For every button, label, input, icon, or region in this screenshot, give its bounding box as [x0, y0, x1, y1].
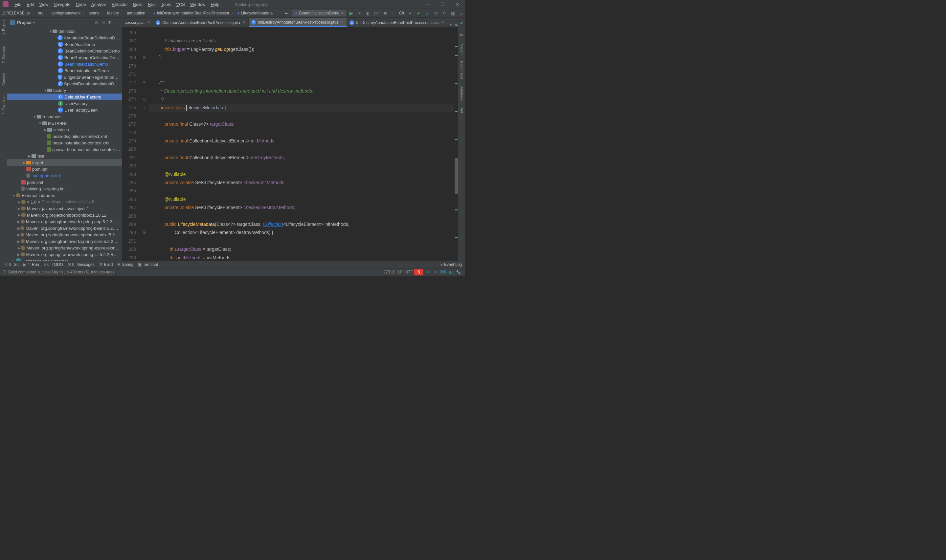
tree-node[interactable]: ▶Maven: org.springframework:spring-conte…	[7, 231, 122, 238]
status-indicator-icon[interactable]: ☐	[3, 270, 6, 274]
menu-edit[interactable]: Edit	[24, 2, 37, 7]
tool-tab-6-todo[interactable]: ≡6: TODO	[44, 262, 63, 267]
vcs-push-icon[interactable]: ✔	[415, 11, 422, 16]
tree-node[interactable]: ▼External Libraries	[7, 192, 122, 198]
ime-icon[interactable]: S	[414, 269, 424, 275]
menu-run[interactable]: Run	[145, 2, 158, 7]
editor-tab[interactable]: cessor.java✕	[122, 18, 153, 27]
minimize-button[interactable]: —	[420, 2, 435, 7]
tree-node[interactable]: ▶Maven: org.springframework:spring-beans…	[7, 225, 122, 231]
line-separator[interactable]: LF	[398, 270, 403, 274]
tree-node[interactable]: UserFactoryBean	[7, 107, 122, 113]
tree-node[interactable]: ▼factory	[7, 87, 122, 94]
ime-lang-icon[interactable]: 中	[426, 269, 430, 275]
tree-node[interactable]: ▶Maven: org.springframework:spring-expre…	[7, 245, 122, 251]
tree-node[interactable]: pom.xml	[7, 166, 122, 172]
breadcrumb[interactable]: .2.RELEASE.jar〉org〉springframework〉beans…	[0, 9, 274, 17]
coverage-button[interactable]: ◧	[365, 11, 372, 16]
crumb-1[interactable]: org	[36, 11, 45, 15]
tree-node[interactable]: BeanGarbageCollectionDemo	[7, 54, 122, 61]
tree-node[interactable]: UserFactory	[7, 100, 122, 107]
right-rail-restfultool[interactable]: RestfulTool	[460, 61, 464, 79]
tree-node[interactable]: ▶Maven: org.springframework:spring-jcl:5…	[7, 251, 122, 258]
tree-node[interactable]: ▼META-INF	[7, 120, 122, 126]
cursor-position[interactable]: 275:19	[383, 270, 396, 274]
crumb-7[interactable]: LifecycleMetadata	[235, 11, 274, 15]
tree-node[interactable]: DefaultUserFactory	[7, 94, 122, 100]
menu-file[interactable]: File	[12, 2, 24, 7]
left-rail-2-favorites[interactable]: 2: Favorites	[2, 95, 6, 114]
tool-tab-4-run[interactable]: ▶4: Run	[23, 262, 39, 267]
editor-tabs[interactable]: cessor.java✕CommonAnnotationBeanPostProc…	[122, 18, 458, 27]
vcs-revert-icon[interactable]: ↶	[441, 11, 448, 16]
tree-node[interactable]: ▶target	[7, 159, 122, 166]
tree-node[interactable]: ▼definition	[7, 28, 122, 34]
editor-tab[interactable]: CommonAnnotationBeanPostProcessor.java✕	[153, 18, 249, 27]
tool-tab-terminal[interactable]: ▣Terminal	[138, 262, 158, 267]
profile-button[interactable]: ◷⁺	[373, 11, 381, 16]
tool-tab-spring[interactable]: ❀Spring	[117, 262, 133, 267]
debug-button[interactable]: ☀	[356, 11, 363, 16]
tree-node[interactable]: spring-bean.iml	[7, 172, 122, 179]
tree-node[interactable]: BeanAliasDemo	[7, 41, 122, 48]
crumb-5[interactable]: annotation	[125, 11, 147, 15]
tree-node[interactable]: thinking-in-spring.iml	[7, 185, 122, 192]
close-tab-icon[interactable]: ✕	[441, 20, 444, 25]
left-rail-commit[interactable]: Commit	[2, 73, 6, 86]
tool-tab-build[interactable]: ⚒Build	[99, 262, 113, 267]
expand-all-icon[interactable]: ⇲	[100, 20, 106, 25]
menu-refactor[interactable]: Refactor	[109, 2, 130, 7]
ime-punct-icon[interactable]: ✦	[434, 270, 437, 274]
menu-tools[interactable]: Tools	[158, 2, 173, 7]
menu-window[interactable]: Window	[188, 2, 208, 7]
stop-button[interactable]: ■	[382, 11, 389, 16]
hide-icon[interactable]: —	[112, 20, 119, 25]
menu-vcs[interactable]: VCS	[173, 2, 188, 7]
event-log-button[interactable]: Event Log	[441, 262, 462, 267]
menu-navigate[interactable]: Navigate	[51, 2, 73, 7]
menu-build[interactable]: Build	[130, 2, 145, 7]
tool-tab-9-git[interactable]: ⌥9: Git	[3, 262, 19, 267]
crumb-3[interactable]: beans	[86, 11, 101, 15]
ime-tool-icon[interactable]: 🔧	[456, 270, 461, 274]
tree-node[interactable]: AnnotationBeanDefinitionDemo	[7, 34, 122, 41]
tree-node[interactable]: bean-deginitions-context.xml	[7, 133, 122, 140]
tree-node[interactable]: bean-instantiation-context.xml	[7, 140, 122, 146]
tree-node[interactable]: ▼resources	[7, 113, 122, 120]
code-area[interactable]: // Initialize transient fields. this.log…	[149, 27, 454, 261]
file-encoding[interactable]: UTF	[405, 270, 413, 274]
tree-node[interactable]: ▶< 1.8 >D:\worksprace\devtools\jdk\jdk	[7, 198, 122, 205]
left-rail-1-project[interactable]: 1: Project	[2, 20, 6, 35]
maximize-button[interactable]: ☐	[435, 2, 450, 7]
tool-tab-0-messages[interactable]: ✉0: Messages	[68, 262, 95, 267]
run-config-selector[interactable]: BeanInitializationDemo▾	[292, 10, 346, 16]
project-tree[interactable]: ▼definitionAnnotationBeanDefinitionDemoB…	[7, 27, 122, 261]
crumb-0[interactable]: .2.RELEASE.jar	[0, 11, 32, 15]
tree-node[interactable]: BeanInstantiationDemo	[7, 67, 122, 74]
vcs-update-icon[interactable]: ↙	[424, 11, 431, 16]
vcs-history-icon[interactable]: ⟲	[432, 11, 439, 16]
tree-node[interactable]: BeanInitializationDemo	[7, 61, 122, 67]
left-rail-7-structure[interactable]: 7: Structure	[2, 45, 6, 63]
tree-node[interactable]: ▶Maven: org.springframework:spring-core:…	[7, 238, 122, 245]
right-rail-database[interactable]: Database	[460, 85, 464, 101]
locate-icon[interactable]: ⊙	[93, 20, 100, 25]
nav-back-icon[interactable]: ↩	[285, 11, 289, 16]
menu-code[interactable]: Code	[73, 2, 89, 7]
tree-node[interactable]: ▶Maven: org.springframework:spring-aop:5…	[7, 218, 122, 225]
right-rail-maven[interactable]: Maven	[460, 44, 464, 54]
close-button[interactable]: ✕	[450, 2, 465, 7]
run-button[interactable]: ▶	[348, 11, 355, 16]
tabs-dropdown-icon[interactable]: ▾	[447, 22, 455, 27]
ime-skin-icon[interactable]: ▥	[449, 270, 453, 274]
tree-node[interactable]: pom.xml	[7, 179, 122, 185]
editor-tab[interactable]: InitDestroyAnnotationBeanPostProcessor.c…	[347, 18, 447, 27]
ide-settings-icon[interactable]: ▦	[449, 11, 456, 16]
close-tab-icon[interactable]: ✕	[243, 20, 246, 25]
tree-node[interactable]: SpecialBeanInstantiationDemo	[7, 80, 122, 87]
tree-node[interactable]: SingletonBeanRegistrationDemo	[7, 74, 122, 80]
menu-help[interactable]: Help	[208, 2, 222, 7]
tree-node[interactable]: ▶test	[7, 152, 122, 159]
tree-node[interactable]: special-bean-instantiation-context.xml	[7, 146, 122, 152]
crumb-2[interactable]: springframework	[49, 11, 83, 15]
